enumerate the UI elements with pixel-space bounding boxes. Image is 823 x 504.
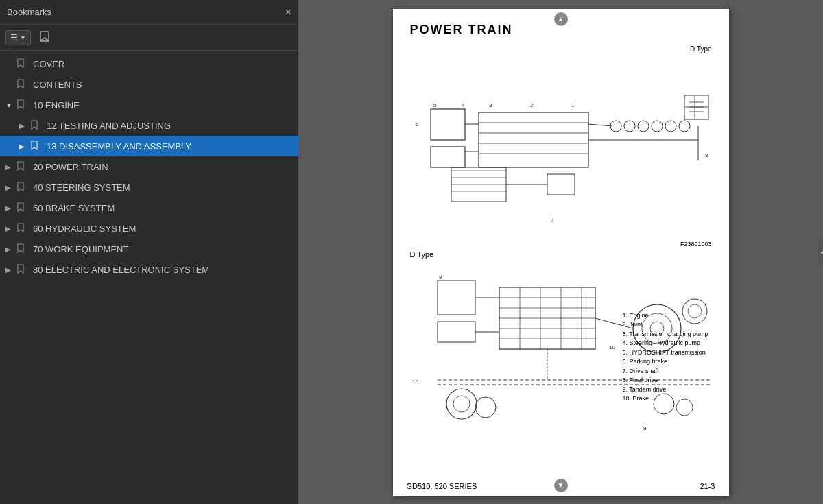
- bookmark-icon-button[interactable]: [35, 29, 54, 47]
- footer-series-label: GD510, 520 SERIES: [407, 482, 477, 490]
- doc-content: POWER TRAIN D Type: [393, 9, 729, 496]
- list-view-button[interactable]: ☰ ▼: [5, 30, 31, 45]
- footer-page-number: 21-3: [700, 482, 715, 490]
- close-button[interactable]: ×: [285, 7, 291, 18]
- steering-label: 40 STEERING SYSTEM: [33, 182, 293, 193]
- legend-area: 1. Engine 2. Joint 3. Transmission charg…: [622, 311, 708, 404]
- svg-text:2: 2: [530, 102, 534, 108]
- sidebar-toolbar: ☰ ▼: [0, 25, 298, 51]
- bookmark-item-70-work-equipment[interactable]: ▶ 70 WORK EQUIPMENT: [0, 239, 298, 259]
- nav-down-button[interactable]: ▼: [554, 479, 568, 492]
- bookmark-icon-cover: [16, 58, 29, 70]
- svg-text:10: 10: [609, 344, 615, 350]
- svg-rect-1: [479, 112, 588, 167]
- svg-text:9: 9: [643, 425, 647, 431]
- svg-text:5: 5: [433, 102, 436, 108]
- svg-point-13: [679, 121, 690, 132]
- expand-arrow-testing: ▶: [19, 122, 30, 130]
- expand-arrow-hydraulic: ▶: [5, 225, 16, 232]
- bookmark-icon-power-train: [16, 161, 29, 173]
- bookmark-item-13-disassembly[interactable]: ▶ 13 DISASSEMBLY AND ASSEMBLY: [0, 136, 298, 156]
- svg-text:3: 3: [489, 102, 492, 108]
- testing-label: 12 TESTING AND ADJUSTING: [47, 121, 293, 131]
- legend-item-8: 8. Final drive: [622, 376, 708, 385]
- bookmark-item-cover[interactable]: COVER: [0, 53, 298, 74]
- bookmark-icon-testing: [30, 120, 43, 132]
- expand-arrow-disassembly: ▶: [19, 143, 30, 150]
- expand-arrow-steering: ▶: [5, 184, 16, 191]
- bookmark-icon-contents: [16, 79, 29, 91]
- svg-rect-6: [431, 109, 465, 140]
- sidebar-header: Bookmarks ×: [0, 0, 298, 25]
- svg-text:4: 4: [462, 102, 465, 108]
- bookmark-item-12-testing[interactable]: ▶ 12 TESTING AND ADJUSTING: [0, 115, 298, 136]
- hydraulic-label: 60 HYDRAULIC SYSTEM: [33, 224, 293, 234]
- bookmark-item-60-hydraulic[interactable]: ▶ 60 HYDRAULIC SYSTEM: [0, 218, 298, 239]
- bookmark-icon-work: [16, 243, 29, 255]
- bookmark-item-20-power-train[interactable]: ▶ 20 POWER TRAIN: [0, 156, 298, 177]
- brake-label: 50 BRAKE SYSTEM: [33, 203, 293, 213]
- svg-rect-31: [547, 174, 575, 195]
- cover-label: COVER: [33, 59, 293, 69]
- bookmark-icon: [38, 30, 51, 43]
- sidebar-title: Bookmarks: [7, 7, 51, 17]
- svg-text:6: 6: [416, 121, 419, 128]
- legend-item-5: 5. HYDROSHIFT transmission: [622, 348, 708, 358]
- svg-text:8: 8: [439, 274, 442, 280]
- expand-arrow-electric: ▶: [5, 266, 16, 274]
- legend-item-1: 1. Engine: [622, 311, 708, 321]
- document-page: ▲ POWER TRAIN D Type: [393, 9, 729, 496]
- expand-arrow-work: ▶: [5, 245, 16, 253]
- list-icon: ☰: [10, 33, 18, 43]
- svg-rect-50: [438, 280, 475, 315]
- svg-point-12: [665, 121, 676, 132]
- disassembly-label: 13 DISASSEMBLY AND ASSEMBLY: [47, 141, 293, 152]
- electric-label: 80 ELECTRIC AND ELECTRONIC SYSTEM: [33, 265, 293, 275]
- legend-item-9: 9. Tandem drive: [622, 385, 708, 395]
- bookmark-icon-engine: [16, 99, 29, 111]
- d-type-lower-label: D Type: [410, 250, 712, 259]
- svg-rect-51: [438, 322, 475, 342]
- bookmark-icon-electric: [16, 264, 29, 276]
- lower-diagram: 8 10 9 10 1. Engine 2. Joint 3. Transmis…: [410, 260, 712, 431]
- svg-text:10: 10: [412, 379, 418, 385]
- collapse-icon: ◀: [820, 248, 823, 256]
- svg-line-16: [588, 124, 612, 126]
- svg-point-11: [652, 121, 663, 132]
- upper-diagram: D Type: [410, 45, 712, 248]
- expand-arrow-engine: ▼: [5, 101, 16, 109]
- upper-diagram-svg: 6 5 4 3 2 1 8 7: [410, 58, 712, 243]
- bookmark-item-contents[interactable]: CONTENTS: [0, 74, 298, 95]
- legend-item-4: 4. Steering · Hydraulic pump: [622, 339, 708, 348]
- svg-point-65: [475, 397, 496, 418]
- bookmark-icon-steering: [16, 182, 29, 193]
- legend-item-6: 6. Parking brake: [622, 357, 708, 367]
- contents-label: CONTENTS: [33, 80, 293, 90]
- bookmark-item-40-steering[interactable]: ▶ 40 STEERING SYSTEM: [0, 177, 298, 197]
- expand-arrow-power-train: ▶: [5, 163, 16, 171]
- power-train-label: 20 POWER TRAIN: [33, 162, 293, 172]
- svg-point-10: [638, 121, 649, 132]
- bookmarks-panel: Bookmarks × ☰ ▼ COVER: [0, 0, 298, 504]
- bookmark-icon-hydraulic: [16, 223, 29, 235]
- document-panel: ▲ POWER TRAIN D Type: [298, 0, 823, 504]
- svg-rect-7: [431, 147, 465, 167]
- bookmark-item-50-brake[interactable]: ▶ 50 BRAKE SYSTEM: [0, 197, 298, 218]
- svg-text:1: 1: [571, 102, 575, 108]
- bookmark-icon-disassembly: [30, 141, 43, 152]
- bookmark-item-80-electric[interactable]: ▶ 80 ELECTRIC AND ELECTRONIC SYSTEM: [0, 259, 298, 280]
- engine-label: 10 ENGINE: [33, 100, 293, 110]
- svg-point-64: [453, 396, 470, 412]
- svg-point-63: [446, 389, 477, 419]
- panel-collapse-button[interactable]: ◀: [818, 239, 823, 266]
- legend-item-2: 2. Joint: [622, 320, 708, 330]
- work-equipment-label: 70 WORK EQUIPMENT: [33, 244, 293, 254]
- svg-rect-19: [684, 95, 708, 119]
- legend-item-7: 7. Drive shaft: [622, 367, 708, 376]
- expand-arrow-brake: ▶: [5, 204, 16, 212]
- legend-item-3: 3. Transmission charging pump: [622, 330, 708, 339]
- svg-point-9: [624, 121, 635, 132]
- legend-item-10: 10. Brake: [622, 394, 708, 404]
- bookmark-item-10-engine[interactable]: ▼ 10 ENGINE: [0, 95, 298, 115]
- d-type-upper-label: D Type: [690, 45, 712, 53]
